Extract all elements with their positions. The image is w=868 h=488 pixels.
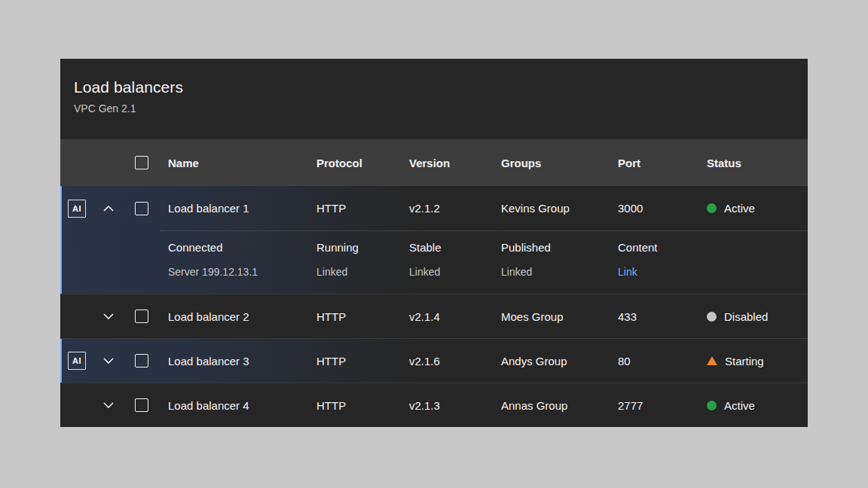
- table-row: AI Load balancer 3 HTTP v2.1.6 Andys Gro…: [60, 338, 808, 383]
- column-header-protocol: Protocol: [308, 157, 401, 169]
- chevron-down-icon: [103, 402, 114, 408]
- table-title-block: Load balancers VPC Gen 2.1: [60, 59, 808, 139]
- chevron-down-icon: [103, 358, 114, 364]
- column-header-groups: Groups: [493, 157, 610, 169]
- status-label: Disabled: [724, 310, 768, 323]
- table-header-row: Name Protocol Version Groups Port Status: [60, 139, 808, 186]
- detail-server-address: Server 199.12.13.1: [168, 265, 302, 279]
- column-header-version: Version: [401, 157, 493, 169]
- column-header-status: Status: [698, 157, 808, 169]
- cell-name: Load balancer 2: [160, 310, 308, 323]
- status-disabled-dot-icon: [707, 312, 717, 322]
- status-badge: Active: [698, 399, 808, 412]
- ai-row-group: AI Load balancer 1 HTTP v2.1.2 Kevins Gr…: [60, 186, 808, 294]
- cell-groups: Kevins Group: [493, 202, 610, 215]
- status-label: Active: [724, 399, 755, 412]
- ai-label[interactable]: AI: [68, 200, 86, 218]
- status-label: Active: [724, 202, 755, 215]
- cell-version: v2.1.3: [401, 399, 493, 412]
- cell-groups: Moes Group: [493, 310, 610, 323]
- row-checkbox[interactable]: [135, 310, 148, 323]
- status-label: Starting: [725, 355, 764, 368]
- cell-port: 80: [610, 355, 698, 368]
- table-row: Load balancer 2 HTTP v2.1.4 Moes Group 4…: [60, 294, 808, 338]
- cell-protocol: HTTP: [308, 355, 401, 368]
- cell-version: v2.1.2: [401, 202, 493, 215]
- column-header-name: Name: [160, 157, 308, 169]
- detail-content-label: Content: [618, 240, 692, 255]
- content-link[interactable]: Link: [618, 266, 637, 278]
- cell-name: Load balancer 3: [160, 355, 308, 368]
- detail-groups-sub: Linked: [501, 265, 604, 279]
- status-active-dot-icon: [707, 203, 717, 213]
- status-badge: Active: [698, 202, 808, 215]
- row-checkbox[interactable]: [135, 202, 148, 215]
- detail-version-sub: Linked: [409, 265, 487, 279]
- detail-groups-state: Published: [501, 240, 604, 255]
- detail-connection-state: Connected: [168, 240, 302, 255]
- cell-groups: Annas Group: [493, 399, 610, 412]
- table-row: Load balancer 4 HTTP v2.1.3 Annas Group …: [60, 383, 808, 427]
- detail-protocol-sub: Linked: [316, 265, 395, 279]
- column-header-port: Port: [610, 157, 698, 169]
- expanded-detail-row: Connected Server 199.12.13.1 Running Lin…: [60, 230, 808, 294]
- page-title: Load balancers: [74, 78, 794, 96]
- cell-groups: Andys Group: [493, 355, 610, 368]
- cell-protocol: HTTP: [308, 310, 401, 323]
- chevron-up-icon: [103, 206, 114, 212]
- cell-version: v2.1.6: [401, 355, 493, 368]
- status-active-dot-icon: [707, 401, 717, 410]
- cell-version: v2.1.4: [401, 310, 493, 323]
- row-expand-button[interactable]: [93, 339, 124, 383]
- row-checkbox[interactable]: [135, 398, 148, 412]
- cell-protocol: HTTP: [308, 202, 401, 215]
- detail-version-state: Stable: [409, 240, 487, 255]
- row-collapse-button[interactable]: [93, 186, 124, 230]
- status-badge: Disabled: [698, 310, 808, 323]
- select-all-checkbox[interactable]: [135, 156, 148, 169]
- page-subtitle: VPC Gen 2.1: [74, 102, 794, 114]
- cell-port: 3000: [610, 202, 698, 215]
- row-expand-button[interactable]: [93, 383, 124, 427]
- row-checkbox[interactable]: [135, 354, 148, 368]
- ai-label[interactable]: AI: [68, 352, 86, 370]
- table-row: AI Load balancer 1 HTTP v2.1.2 Kevins Gr…: [60, 186, 808, 230]
- chevron-down-icon: [103, 313, 114, 319]
- cell-name: Load balancer 4: [160, 399, 308, 412]
- status-warning-triangle-icon: [707, 356, 717, 365]
- cell-name: Load balancer 1: [160, 202, 308, 215]
- cell-port: 2777: [610, 399, 698, 412]
- detail-protocol-state: Running: [316, 240, 395, 255]
- cell-protocol: HTTP: [308, 399, 401, 412]
- row-expand-button[interactable]: [93, 294, 124, 338]
- status-badge: Starting: [698, 355, 808, 368]
- cell-port: 433: [610, 310, 698, 323]
- load-balancers-table: Load balancers VPC Gen 2.1 Name Protocol…: [60, 59, 808, 427]
